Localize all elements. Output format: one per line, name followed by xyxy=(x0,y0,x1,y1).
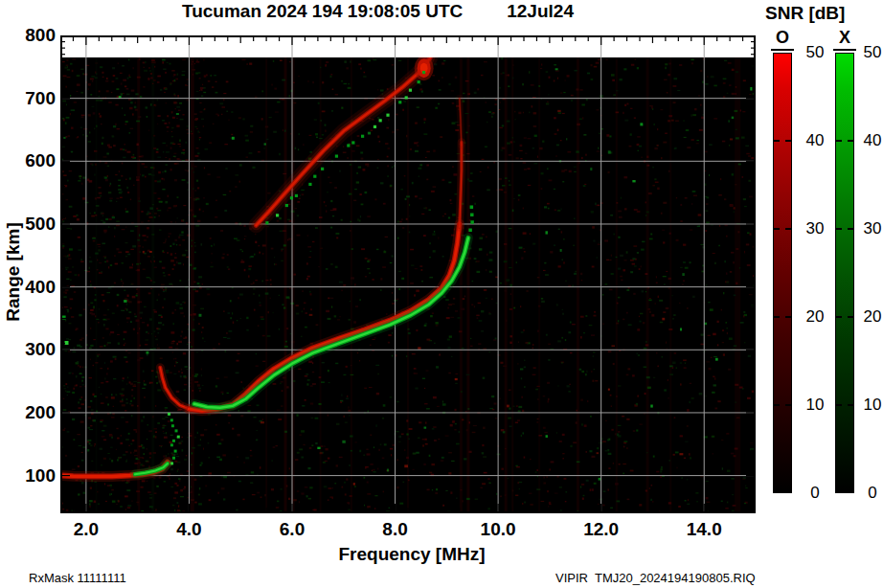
x-colorbar-tick-label: 30 xyxy=(853,220,883,237)
title-station-time: Tucuman 2024 194 19:08:05 UTC xyxy=(182,1,463,22)
x-axis-title: Frequency [MHz] xyxy=(338,544,485,565)
o-colorbar-tick-mark xyxy=(785,316,791,318)
o-colorbar-tick-mark xyxy=(785,140,791,142)
o-colorbar-tick-mark xyxy=(785,228,791,230)
o-colorbar-tick-label: 50 xyxy=(796,44,834,61)
x-tick-label: 6.0 xyxy=(263,520,321,539)
y-tick-label: 400 xyxy=(6,278,56,297)
y-tick-label: 100 xyxy=(6,466,56,486)
x-colorbar-tick-label: 40 xyxy=(853,132,883,149)
x-colorbar-tick-mark xyxy=(836,316,842,318)
y-tick-label: 600 xyxy=(6,151,56,170)
x-colorbar-tick-mark xyxy=(836,140,842,142)
o-colorbar-tick-label: 40 xyxy=(796,132,834,149)
filename-text: VIPIR TMJ20_2024194190805.RIQ xyxy=(555,571,756,585)
x-tick-label: 10.0 xyxy=(469,520,527,539)
o-colorbar-tick-label: 0 xyxy=(796,485,834,502)
o-colorbar-tick-mark xyxy=(774,316,780,318)
y-tick-label: 300 xyxy=(6,340,56,359)
x-tick-label: 8.0 xyxy=(367,520,424,539)
x-colorbar-tick-mark xyxy=(848,140,853,142)
x-mode-label: X xyxy=(834,28,855,48)
y-tick-label: 700 xyxy=(6,89,56,108)
x-colorbar-tick-label: 10 xyxy=(853,396,883,414)
x-colorbar-tick-mark xyxy=(836,404,842,406)
o-mode-label: O xyxy=(772,28,793,48)
ionogram-plot xyxy=(60,35,756,513)
o-colorbar-tick-mark xyxy=(785,404,791,406)
ionogram-screen: Tucuman 2024 194 19:08:05 UTC 12Jul24 SN… xyxy=(0,0,883,588)
y-tick-label: 800 xyxy=(6,26,56,45)
x-tick-label: 2.0 xyxy=(57,520,115,539)
o-colorbar-tick-mark xyxy=(774,140,780,142)
x-colorbar-tick-label: 50 xyxy=(853,44,883,61)
o-colorbar-tick-mark xyxy=(774,404,780,406)
y-axis-title: Range [km] xyxy=(3,222,24,321)
o-mode-underline xyxy=(771,49,794,51)
x-colorbar-tick-mark xyxy=(848,228,853,230)
rxmask-text: RxMask 11111111 xyxy=(29,571,126,585)
x-colorbar-tick-label: 0 xyxy=(853,485,883,502)
x-colorbar-tick-mark xyxy=(848,404,853,406)
o-snr-colorbar xyxy=(773,53,792,493)
o-colorbar-tick-label: 10 xyxy=(796,396,834,414)
o-colorbar-tick-label: 30 xyxy=(796,220,834,237)
o-colorbar-tick-label: 20 xyxy=(796,308,834,326)
colorbar-title: SNR [dB] xyxy=(765,3,845,24)
plot-title: Tucuman 2024 194 19:08:05 UTC 12Jul24 xyxy=(182,1,574,22)
x-tick-label: 4.0 xyxy=(160,520,217,539)
x-colorbar-tick-mark xyxy=(836,228,842,230)
y-tick-label: 500 xyxy=(6,215,56,234)
title-date: 12Jul24 xyxy=(507,1,574,22)
o-colorbar-tick-mark xyxy=(774,228,780,230)
x-colorbar-tick-label: 20 xyxy=(853,308,883,326)
x-tick-label: 14.0 xyxy=(675,520,733,539)
x-snr-colorbar xyxy=(835,53,854,493)
ionogram-svg xyxy=(60,35,756,513)
x-colorbar-tick-mark xyxy=(848,316,853,318)
y-tick-label: 200 xyxy=(6,403,56,422)
x-tick-label: 12.0 xyxy=(573,520,630,539)
